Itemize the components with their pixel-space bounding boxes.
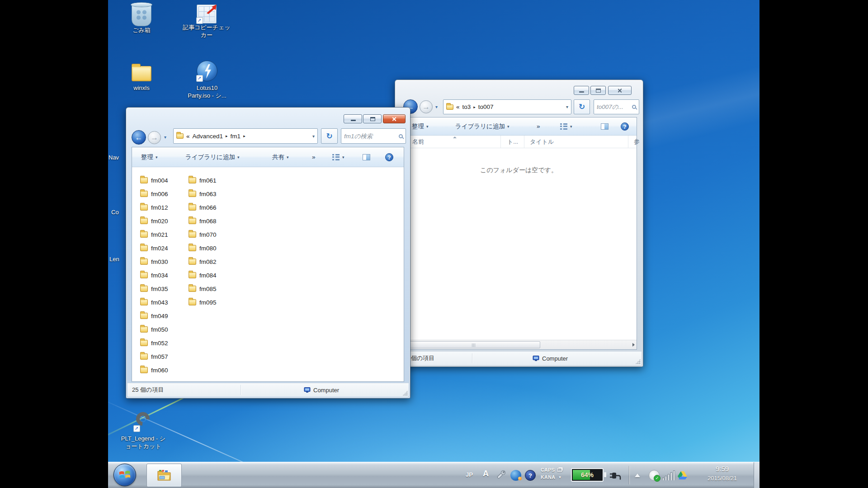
search-input[interactable] xyxy=(597,103,632,110)
column-header-title[interactable]: タイトル xyxy=(524,136,628,148)
forward-button[interactable]: → xyxy=(420,100,433,113)
column-header-2[interactable]: ト... xyxy=(501,136,524,148)
refresh-button[interactable]: ↻ xyxy=(574,99,590,114)
share-menu[interactable]: 共有▾ xyxy=(272,153,289,161)
breadcrumb-overflow[interactable]: « xyxy=(186,133,190,140)
search-box[interactable] xyxy=(594,99,639,114)
folder-item[interactable]: fm095 xyxy=(189,296,217,309)
ime-tools-wrench-icon[interactable] xyxy=(494,469,507,482)
organize-menu[interactable]: 整理▾ xyxy=(412,122,429,131)
folder-item[interactable]: fm070 xyxy=(189,228,217,241)
folder-item[interactable]: fm006 xyxy=(140,187,168,201)
folder-item[interactable]: fm085 xyxy=(189,282,217,296)
power-plug-icon[interactable] xyxy=(609,471,623,480)
folder-item[interactable]: fm035 xyxy=(140,282,168,296)
folder-item[interactable]: fm004 xyxy=(140,174,168,187)
desktop-icon-lotus10[interactable]: Lotus10 Party.iso - シ... xyxy=(179,61,235,99)
folder-item[interactable]: fm012 xyxy=(140,201,168,214)
folder-item[interactable]: fm020 xyxy=(140,214,168,228)
folder-item[interactable]: fm021 xyxy=(140,228,168,241)
clock[interactable]: 9:59 2015/08/21 xyxy=(696,465,748,482)
show-hidden-icons-button[interactable] xyxy=(635,474,640,477)
back-button[interactable]: ← xyxy=(132,130,146,145)
organize-menu[interactable]: 整理▾ xyxy=(141,153,158,161)
desktop-icon-label-truncated[interactable]: Co xyxy=(111,209,119,216)
preview-pane-button[interactable] xyxy=(601,123,609,130)
folder-item[interactable]: fm084 xyxy=(189,268,217,282)
taskbar-button-explorer[interactable] xyxy=(146,464,182,487)
refresh-button[interactable]: ↻ xyxy=(321,128,338,144)
address-dropdown-icon[interactable]: ▾ xyxy=(566,104,568,109)
desktop-icon-label-truncated[interactable]: Len xyxy=(109,256,119,263)
address-bar[interactable]: « to3 ▸ to007 ▾ xyxy=(443,99,571,114)
folder-icon xyxy=(140,245,148,251)
folder-item[interactable]: fm050 xyxy=(140,323,168,336)
breadcrumb-overflow[interactable]: « xyxy=(456,103,460,110)
desktop-icon-plt-legend[interactable]: PLT_Legend - シ ョートカット xyxy=(117,411,170,450)
network-signal-icon[interactable] xyxy=(662,470,675,480)
folder-item[interactable]: fm060 xyxy=(140,363,168,377)
horizontal-scrollbar[interactable] xyxy=(401,340,637,349)
breadcrumb-to3[interactable]: to3 xyxy=(462,103,471,110)
folder-item[interactable]: fm049 xyxy=(140,309,168,323)
folder-item[interactable]: fm066 xyxy=(189,201,217,214)
minimize-button[interactable] xyxy=(574,86,589,95)
google-drive-tray-icon[interactable] xyxy=(677,470,689,481)
search-box[interactable] xyxy=(341,128,406,144)
folder-item[interactable]: fm043 xyxy=(140,296,168,309)
recent-pages-dropdown[interactable]: ▾ xyxy=(435,104,438,109)
address-bar[interactable]: « Advanced1 ▸ fm1 ▸ ▾ xyxy=(173,128,318,144)
folder-item[interactable]: fm082 xyxy=(189,255,217,268)
folder-icon xyxy=(140,299,148,305)
folder-item[interactable]: fm034 xyxy=(140,268,168,282)
maximize-button[interactable] xyxy=(590,86,606,95)
folder-item[interactable]: fm063 xyxy=(189,187,217,201)
breadcrumb-advanced1[interactable]: Advanced1 xyxy=(193,133,223,140)
folder-item[interactable]: fm068 xyxy=(189,214,217,228)
desktop-icon-recycle-bin[interactable]: ごみ箱 xyxy=(121,4,162,34)
folder-item[interactable]: fm080 xyxy=(189,241,217,255)
add-to-library-menu[interactable]: ライブラリに追加▾ xyxy=(455,122,509,131)
breadcrumb-to007[interactable]: to007 xyxy=(478,103,494,110)
resize-grip[interactable] xyxy=(402,390,408,396)
forward-button[interactable]: → xyxy=(148,131,161,144)
folder-item[interactable]: fm024 xyxy=(140,241,168,255)
column-header-4[interactable]: 参 xyxy=(628,136,638,148)
minimize-button[interactable] xyxy=(344,114,362,123)
change-view-button[interactable]: ▾ xyxy=(332,154,344,160)
column-header-name[interactable]: 名前 xyxy=(401,136,501,148)
scrollbar-thumb[interactable] xyxy=(407,341,540,348)
help-tray-icon[interactable]: ? xyxy=(525,470,536,481)
keyboard-state-indicator[interactable]: CAPS KANA ▾ xyxy=(541,467,562,480)
address-dropdown-icon[interactable]: ▾ xyxy=(312,134,315,139)
ime-input-mode[interactable]: A xyxy=(483,469,489,479)
sync-app-tray-icon[interactable] xyxy=(649,470,660,481)
ime-tray-ball-icon[interactable] xyxy=(510,470,521,481)
search-input[interactable] xyxy=(344,133,399,140)
battery-indicator[interactable]: 64% xyxy=(571,468,604,482)
help-button[interactable]: ? xyxy=(621,122,629,131)
close-button[interactable] xyxy=(383,114,406,123)
folder-item[interactable]: fm061 xyxy=(189,174,217,187)
breadcrumb-fm1[interactable]: fm1 xyxy=(231,133,241,140)
close-button[interactable] xyxy=(608,86,632,95)
ime-language-indicator[interactable]: JP xyxy=(466,471,473,478)
change-view-button[interactable]: ▾ xyxy=(560,123,572,130)
preview-pane-button[interactable] xyxy=(363,154,370,160)
maximize-button[interactable] xyxy=(363,114,382,123)
recent-pages-dropdown[interactable]: ▾ xyxy=(164,135,166,140)
desktop-icon-winxls[interactable]: winxls xyxy=(121,62,162,92)
folder-item[interactable]: fm030 xyxy=(140,255,168,268)
folder-item[interactable]: fm052 xyxy=(140,336,168,350)
toolbar-overflow[interactable]: » xyxy=(312,154,316,160)
start-button[interactable] xyxy=(113,464,136,486)
add-to-library-menu[interactable]: ライブラリに追加▾ xyxy=(185,153,239,161)
toolbar-overflow[interactable]: » xyxy=(537,123,540,130)
resize-grip[interactable] xyxy=(635,359,641,364)
scroll-right-icon[interactable] xyxy=(632,343,635,347)
desktop-icon-label-truncated[interactable]: Nav xyxy=(108,154,119,161)
desktop-icon-article-checker[interactable]: 記事コピーチェッ カー xyxy=(177,5,236,39)
help-button[interactable]: ? xyxy=(385,153,393,161)
show-desktop-button[interactable] xyxy=(754,462,760,488)
folder-item[interactable]: fm057 xyxy=(140,350,168,363)
